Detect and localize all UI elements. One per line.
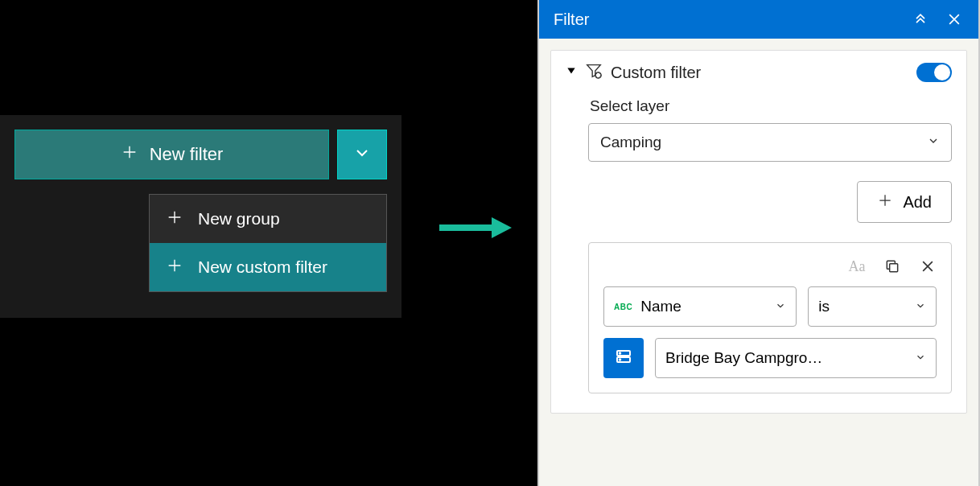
- filter-settings-icon: [585, 62, 603, 83]
- chevron-down-icon: [775, 298, 786, 315]
- chevron-down-icon: [915, 298, 926, 315]
- close-icon[interactable]: [945, 10, 964, 29]
- filter-panel-header: Filter: [539, 0, 978, 39]
- condition-field-operator-row: ABC Name is: [603, 286, 937, 327]
- new-filter-toolbar: New filter: [14, 130, 387, 179]
- custom-filter-title: Custom filter: [611, 64, 908, 82]
- plus-icon: [121, 143, 138, 166]
- data-source-icon: [614, 347, 633, 369]
- select-layer-label: Select layer: [590, 97, 952, 115]
- duplicate-icon[interactable]: [883, 257, 901, 275]
- expand-triangle-icon[interactable]: [566, 65, 577, 80]
- field-name: Name: [640, 298, 775, 315]
- new-filter-button[interactable]: New filter: [14, 130, 329, 179]
- svg-point-7: [620, 352, 621, 354]
- filter-panel-title: Filter: [554, 10, 896, 29]
- svg-marker-1: [492, 217, 512, 238]
- chevron-down-icon: [915, 349, 926, 367]
- plus-icon: [166, 208, 183, 230]
- filter-panel: Filter Custom filter: [537, 0, 980, 486]
- value-source-button[interactable]: [603, 338, 644, 378]
- chevron-down-icon: [927, 134, 940, 151]
- plus-icon: [166, 257, 183, 278]
- custom-filter-section: Custom filter Select layer Camping: [550, 50, 967, 414]
- menu-label: New custom filter: [198, 257, 327, 277]
- operator-select[interactable]: is: [808, 286, 937, 327]
- plus-icon: [877, 192, 893, 212]
- add-condition-button[interactable]: Add: [857, 181, 952, 223]
- remove-condition-icon[interactable]: [919, 257, 937, 275]
- collapse-icon[interactable]: [911, 10, 930, 29]
- field-select[interactable]: ABC Name: [603, 286, 797, 327]
- custom-filter-toggle[interactable]: [916, 63, 952, 82]
- condition-actions: Aa: [603, 257, 937, 275]
- toggle-knob: [934, 64, 950, 80]
- menu-item-new-custom-filter[interactable]: New custom filter: [150, 243, 386, 291]
- new-filter-dropdown-menu: New group New custom filter: [149, 194, 387, 292]
- menu-label: New group: [198, 209, 280, 229]
- operator-value: is: [818, 298, 915, 315]
- menu-item-new-group[interactable]: New group: [150, 195, 386, 243]
- arrow-right-icon: [439, 216, 512, 243]
- add-label: Add: [903, 193, 932, 212]
- svg-rect-4: [890, 264, 898, 272]
- value-select[interactable]: Bridge Bay Campgro…: [655, 338, 937, 378]
- custom-filter-header: Custom filter: [566, 62, 952, 83]
- filter-value: Bridge Bay Campgro…: [665, 349, 915, 367]
- filter-panel-body: Custom filter Select layer Camping: [539, 39, 978, 425]
- new-filter-dropdown-toggle[interactable]: [337, 130, 387, 179]
- layer-value: Camping: [600, 134, 661, 151]
- svg-point-3: [595, 72, 601, 78]
- add-condition-row: Add: [588, 181, 952, 223]
- chevron-down-icon: [352, 143, 372, 166]
- layer-select[interactable]: Camping: [588, 123, 952, 162]
- new-filter-label: New filter: [150, 144, 224, 165]
- filter-condition: Aa ABC Name: [588, 242, 952, 393]
- field-type-badge: ABC: [614, 303, 632, 311]
- builder-new-filter-card: New filter New group New custom filter: [0, 115, 401, 318]
- condition-value-row: Bridge Bay Campgro…: [603, 338, 937, 378]
- svg-point-8: [620, 359, 621, 360]
- case-sensitive-icon[interactable]: Aa: [848, 257, 866, 275]
- svg-marker-2: [567, 68, 574, 74]
